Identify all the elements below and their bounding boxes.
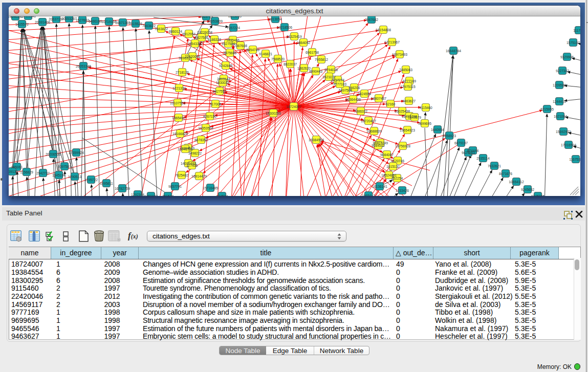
svg-text:9227342: 9227342 [556, 69, 569, 72]
svg-text:8958923: 8958923 [443, 134, 456, 137]
svg-text:3875685: 3875685 [223, 51, 236, 54]
svg-text:7625402: 7625402 [175, 173, 188, 177]
svg-text:9146821: 9146821 [259, 52, 272, 55]
svg-text:1795722: 1795722 [84, 178, 98, 181]
svg-text:9827506: 9827506 [195, 35, 208, 39]
svg-text:9327508: 9327508 [222, 41, 235, 45]
svg-text:8813055: 8813055 [228, 16, 242, 18]
svg-text:1733426: 1733426 [396, 188, 409, 192]
svg-text:8427552: 8427552 [213, 89, 226, 93]
svg-text:761534: 761534 [162, 194, 174, 196]
svg-text:8813054: 8813054 [269, 17, 282, 20]
svg-text:317006: 317006 [210, 102, 222, 105]
svg-text:1527602: 1527602 [76, 18, 89, 21]
svg-text:9397567: 9397567 [58, 164, 71, 168]
svg-text:20721546: 20721546 [20, 16, 36, 18]
svg-text:985061: 985061 [11, 165, 23, 168]
svg-text:1292344: 1292344 [131, 192, 144, 196]
svg-text:9242845: 9242845 [219, 63, 232, 67]
svg-text:2718126: 2718126 [176, 70, 189, 74]
svg-text:7632621: 7632621 [488, 164, 501, 167]
svg-text:1965492: 1965492 [172, 116, 185, 119]
svg-text:9777103: 9777103 [333, 82, 346, 85]
svg-text:17975115: 17975115 [400, 84, 416, 88]
svg-text:19654923: 19654923 [400, 128, 415, 132]
svg-text:4120746: 4120746 [391, 159, 404, 162]
svg-text:2367608: 2367608 [234, 43, 247, 47]
svg-text:2942737: 2942737 [36, 171, 50, 174]
svg-text:10688609: 10688609 [366, 129, 382, 133]
svg-text:924504: 924504 [216, 194, 228, 196]
svg-text:18724007: 18724007 [286, 104, 301, 108]
svg-text:1095811: 1095811 [100, 181, 113, 185]
svg-text:17359924: 17359924 [69, 150, 84, 154]
svg-text:10807487: 10807487 [371, 96, 386, 100]
svg-text:16914479: 16914479 [191, 174, 207, 178]
svg-text:9857791: 9857791 [168, 184, 182, 188]
svg-text:939139: 939139 [9, 169, 18, 173]
svg-text:1405572: 1405572 [15, 22, 29, 26]
svg-text:1021064: 1021064 [554, 114, 567, 118]
svg-text:8215955: 8215955 [540, 107, 554, 111]
svg-text:16136141: 16136141 [372, 184, 387, 188]
svg-text:19166825: 19166825 [172, 132, 188, 135]
svg-text:6879197: 6879197 [454, 141, 468, 144]
svg-text:18226058: 18226058 [197, 30, 212, 34]
svg-text:8267150: 8267150 [203, 114, 216, 118]
svg-text:15716485: 15716485 [203, 186, 218, 189]
svg-text:1830022: 1830022 [216, 80, 229, 84]
svg-text:8471676: 8471676 [499, 171, 512, 175]
svg-text:11353594: 11353594 [198, 126, 213, 129]
svg-text:10107553: 10107553 [170, 101, 185, 104]
svg-text:20053346: 20053346 [76, 64, 91, 68]
svg-text:127455: 127455 [186, 163, 198, 167]
svg-text:9896310: 9896310 [179, 56, 192, 59]
svg-text:3824554: 3824554 [358, 92, 371, 95]
svg-text:8860124: 8860124 [169, 29, 182, 33]
svg-text:10046736: 10046736 [178, 147, 193, 150]
svg-text:1615132: 1615132 [386, 164, 400, 168]
svg-text:10654112: 10654112 [509, 180, 524, 183]
svg-text:11325419: 11325419 [287, 34, 302, 38]
svg-text:6497568: 6497568 [339, 88, 352, 92]
svg-text:9329906: 9329906 [560, 55, 574, 58]
svg-text:8912954: 8912954 [182, 32, 195, 35]
svg-text:874444: 874444 [467, 148, 479, 152]
svg-text:7663822: 7663822 [155, 27, 168, 30]
svg-text:9450432: 9450432 [144, 194, 158, 196]
svg-text:7588520: 7588520 [271, 57, 285, 60]
svg-text:6794028: 6794028 [324, 68, 338, 71]
svg-text:6466160: 6466160 [89, 19, 102, 23]
svg-text:8186328: 8186328 [208, 37, 221, 41]
svg-text:20691406: 20691406 [35, 20, 50, 24]
svg-text:10025438: 10025438 [395, 109, 410, 113]
svg-text:9463627: 9463627 [402, 99, 416, 102]
svg-text:8454749: 8454749 [246, 48, 259, 51]
svg-text:10719155: 10719155 [101, 19, 117, 23]
svg-text:7663822: 7663822 [142, 24, 156, 27]
svg-text:1209588: 1209588 [553, 83, 566, 86]
svg-text:7515526: 7515526 [129, 21, 142, 25]
svg-text:1825466: 1825466 [226, 38, 239, 41]
svg-text:2457274: 2457274 [331, 78, 344, 81]
svg-text:9115460: 9115460 [419, 105, 432, 109]
svg-text:62160: 62160 [386, 102, 396, 105]
svg-text:1575107: 1575107 [567, 40, 580, 44]
svg-text:1290513: 1290513 [68, 174, 81, 178]
svg-text:16671365: 16671365 [115, 20, 130, 24]
svg-text:2935114: 2935114 [476, 156, 490, 160]
svg-text:1345194: 1345194 [52, 173, 66, 177]
svg-text:15720407: 15720407 [361, 119, 376, 122]
svg-text:1640954: 1640954 [431, 127, 444, 131]
svg-text:10653267: 10653267 [61, 16, 77, 20]
svg-text:9777169: 9777169 [403, 79, 416, 82]
svg-text:1065442: 1065442 [362, 193, 375, 196]
svg-text:3498222: 3498222 [188, 151, 202, 155]
svg-text:8822037: 8822037 [284, 62, 297, 65]
svg-text:9245652: 9245652 [521, 187, 534, 191]
svg-text:12213967: 12213967 [384, 40, 400, 43]
svg-text:9699695: 9699695 [418, 121, 431, 125]
svg-text:1221339: 1221339 [172, 86, 186, 90]
svg-text:15692971: 15692971 [556, 129, 571, 133]
svg-text:16154808: 16154808 [376, 28, 391, 31]
